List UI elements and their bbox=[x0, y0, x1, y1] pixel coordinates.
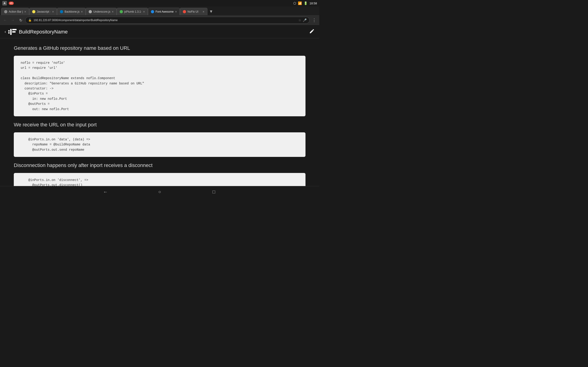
tab-close-icon[interactable]: × bbox=[52, 10, 54, 13]
android-home-button[interactable]: ○ bbox=[156, 188, 164, 196]
android-back-button[interactable]: ← bbox=[101, 188, 110, 196]
app-header: ‹ BuildRepositoryName bbox=[0, 25, 319, 38]
reload-button[interactable]: ↻ bbox=[17, 17, 24, 23]
tab-close-icon[interactable]: × bbox=[112, 10, 113, 13]
edit-button[interactable] bbox=[309, 28, 315, 35]
browser-chrome: Action Bar | × Javascript · × Backbone.j… bbox=[0, 6, 319, 25]
main-content: Generates a GitHub repository name based… bbox=[0, 38, 319, 186]
tab-close-icon[interactable]: × bbox=[143, 10, 145, 13]
svg-rect-4 bbox=[12, 31, 15, 33]
forward-button[interactable]: → bbox=[10, 17, 16, 23]
tab-label: Font Awesome bbox=[156, 10, 174, 13]
svg-rect-1 bbox=[8, 32, 10, 33]
tab-label: Underscore.js bbox=[93, 10, 110, 13]
android-recents-button[interactable]: □ bbox=[210, 188, 218, 196]
clock: 18:58 bbox=[309, 2, 317, 5]
tab-label: Javascript · bbox=[37, 10, 51, 13]
tab-label: jsPlumb 1.3.1· bbox=[124, 10, 142, 13]
star-icon[interactable]: ☆ bbox=[298, 18, 301, 22]
tab-favicon bbox=[89, 10, 92, 13]
tab-favicon bbox=[4, 10, 7, 13]
svg-rect-0 bbox=[8, 30, 10, 31]
tab-close-icon[interactable]: × bbox=[175, 10, 177, 13]
tab-label: Action Bar | bbox=[9, 10, 23, 13]
tab-close-icon[interactable]: × bbox=[203, 10, 204, 13]
noflo-logo bbox=[8, 29, 17, 35]
svg-rect-2 bbox=[10, 29, 12, 35]
tab-favicon bbox=[183, 10, 186, 13]
status-bar-left: A 45 bbox=[2, 1, 14, 6]
mic-icon[interactable]: 🎤 bbox=[303, 18, 307, 22]
tab-javascript[interactable]: Javascript · × bbox=[29, 8, 57, 15]
tab-favicon bbox=[60, 10, 63, 13]
tab-backbone[interactable]: Backbone.js × bbox=[57, 8, 86, 15]
address-bar: ← → ↻ 🔓 192.81.220.87:3000/#component/da… bbox=[0, 15, 319, 25]
tab-favicon bbox=[151, 10, 154, 13]
battery-icon: 🔋 bbox=[304, 1, 308, 5]
code-block-2: @inPorts.in.on 'data', (data) => repoNam… bbox=[14, 132, 305, 157]
tab-font-awesome[interactable]: Font Awesome × bbox=[148, 8, 180, 15]
page-description: Generates a GitHub repository name based… bbox=[14, 45, 305, 51]
tab-underscore[interactable]: Underscore.js × bbox=[86, 8, 116, 15]
browser-menu-button[interactable]: ⋮ bbox=[311, 17, 317, 23]
android-nav-bar: ← ○ □ bbox=[0, 186, 319, 197]
back-arrow-icon[interactable]: ‹ bbox=[5, 29, 6, 34]
code-block-3: @inPorts.in.on 'disconnect', => @outPort… bbox=[14, 173, 305, 186]
section-2-title: We receive the URL on the input port bbox=[14, 122, 305, 128]
tab-label: NoFlo UI bbox=[187, 10, 201, 13]
wifi-icon: 📶 bbox=[298, 1, 302, 5]
tab-close-icon[interactable]: × bbox=[81, 10, 83, 13]
section-3-title: Disconnection happens only after inport … bbox=[14, 162, 305, 168]
app-icon: A bbox=[2, 1, 7, 6]
tab-jsplumb[interactable]: jsPlumb 1.3.1· × bbox=[117, 8, 148, 15]
svg-rect-3 bbox=[12, 29, 17, 30]
status-bar-right: ⬠ 📶 🔋 18:58 bbox=[293, 1, 317, 5]
tab-favicon bbox=[120, 10, 123, 13]
tab-noflo-ui[interactable]: NoFlo UI × bbox=[180, 8, 208, 15]
url-text: 192.81.220.87:3000/#component/dataimport… bbox=[34, 19, 296, 22]
url-actions: ☆ 🎤 bbox=[298, 18, 307, 22]
tab-favicon bbox=[32, 10, 35, 13]
tab-bar: Action Bar | × Javascript · × Backbone.j… bbox=[0, 6, 319, 15]
back-button[interactable]: ← bbox=[2, 17, 8, 23]
tab-label: Backbone.js bbox=[65, 10, 79, 13]
tab-close-icon[interactable]: × bbox=[24, 10, 26, 13]
status-bar: A 45 ⬠ 📶 🔋 18:58 bbox=[0, 0, 319, 6]
code-block-1: noflo = require 'noflo' url = require 'u… bbox=[14, 56, 305, 116]
new-tab-button[interactable]: ▼ bbox=[208, 8, 215, 15]
url-bar[interactable]: 🔓 192.81.220.87:3000/#component/dataimpo… bbox=[25, 17, 310, 24]
notification-badge: 45 bbox=[9, 2, 14, 5]
header-left: ‹ BuildRepositoryName bbox=[5, 29, 68, 35]
component-title: BuildRepositoryName bbox=[19, 29, 68, 35]
tab-action-bar[interactable]: Action Bar | × bbox=[1, 8, 29, 15]
bluetooth-icon: ⬠ bbox=[293, 1, 296, 5]
lock-icon: 🔓 bbox=[28, 19, 32, 22]
